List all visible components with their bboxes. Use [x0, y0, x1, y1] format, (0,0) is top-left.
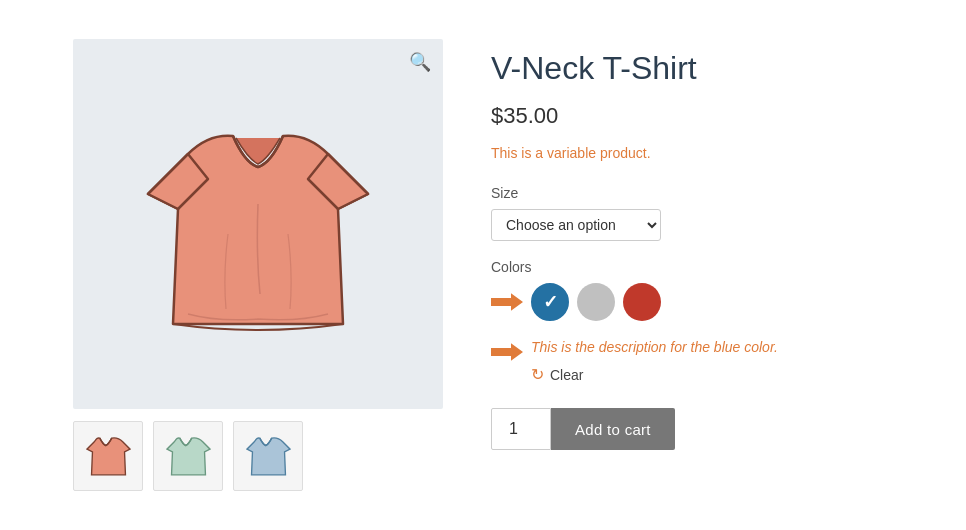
- color-swatch-red[interactable]: [623, 283, 661, 321]
- color-swatch-gray[interactable]: [577, 283, 615, 321]
- thumbnail-2[interactable]: [153, 421, 223, 491]
- main-image: 🔍: [73, 39, 443, 409]
- tshirt-illustration: [128, 84, 388, 364]
- clear-button[interactable]: Clear: [550, 367, 583, 383]
- desc-content: This is the description for the blue col…: [531, 339, 778, 404]
- refresh-icon: ↻: [531, 365, 544, 384]
- variable-notice: This is a variable product.: [491, 145, 893, 161]
- product-details: V-Neck T-Shirt $35.00 This is a variable…: [491, 39, 893, 491]
- color-row: ✓: [491, 283, 893, 321]
- color-swatches: ✓: [531, 283, 661, 321]
- colors-label: Colors: [491, 259, 893, 275]
- add-to-cart-button[interactable]: Add to cart: [551, 408, 675, 450]
- color-description-area: This is the description for the blue col…: [491, 339, 893, 404]
- product-images: 🔍: [73, 39, 443, 491]
- product-container: 🔍: [33, 9, 933, 521]
- arrow-description-icon: [491, 339, 523, 365]
- arrow-icon: [491, 289, 523, 315]
- add-to-cart-row: Add to cart: [491, 408, 893, 450]
- color-description: This is the description for the blue col…: [531, 339, 778, 355]
- clear-row: ↻ Clear: [531, 365, 778, 384]
- thumbnail-1[interactable]: [73, 421, 143, 491]
- product-price: $35.00: [491, 103, 893, 129]
- svg-marker-1: [491, 344, 523, 362]
- zoom-icon[interactable]: 🔍: [409, 51, 431, 73]
- thumbnail-3[interactable]: [233, 421, 303, 491]
- thumbnails: [73, 421, 443, 491]
- product-title: V-Neck T-Shirt: [491, 49, 893, 87]
- quantity-input[interactable]: [491, 408, 551, 450]
- checkmark-blue: ✓: [543, 293, 558, 311]
- size-section: Size Choose an option Small Medium Large…: [491, 185, 893, 241]
- svg-marker-0: [491, 294, 523, 312]
- size-select[interactable]: Choose an option Small Medium Large X-La…: [491, 209, 661, 241]
- color-swatch-blue[interactable]: ✓: [531, 283, 569, 321]
- colors-section: Colors ✓: [491, 259, 893, 321]
- size-label: Size: [491, 185, 893, 201]
